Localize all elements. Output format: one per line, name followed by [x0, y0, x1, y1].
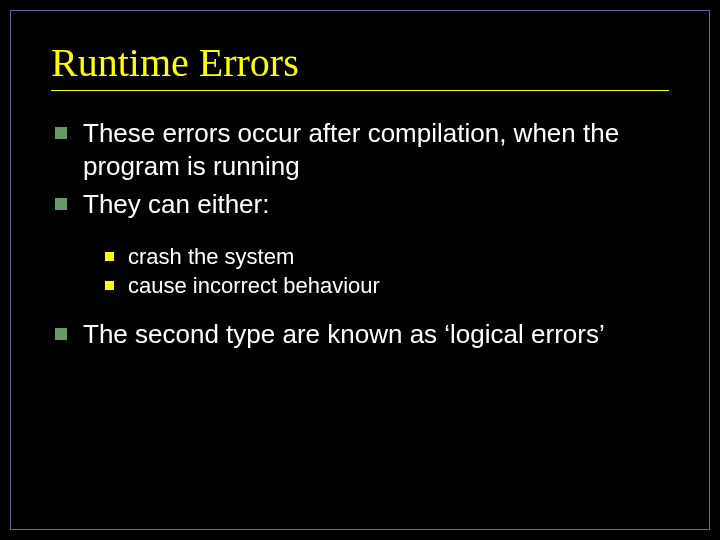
square-bullet-icon [55, 198, 67, 210]
list-item: The second type are known as ‘logical er… [51, 318, 669, 351]
list-item: These errors occur after compilation, wh… [51, 117, 669, 182]
square-bullet-icon [55, 127, 67, 139]
bullet-text: They can either: [83, 188, 269, 221]
square-bullet-icon [55, 328, 67, 340]
spacer [51, 302, 669, 318]
slide-title: Runtime Errors [51, 39, 669, 86]
square-bullet-icon [105, 252, 114, 261]
title-underline [51, 90, 669, 91]
bullet-list: These errors occur after compilation, wh… [51, 117, 669, 350]
bullet-text: These errors occur after compilation, wh… [83, 117, 669, 182]
list-item-sub: crash the system [51, 243, 669, 271]
slide-container: Runtime Errors These errors occur after … [10, 10, 710, 530]
bullet-text: The second type are known as ‘logical er… [83, 318, 605, 351]
square-bullet-icon [105, 281, 114, 290]
list-item: They can either: [51, 188, 669, 221]
bullet-text: cause incorrect behaviour [128, 272, 380, 300]
bullet-text: crash the system [128, 243, 294, 271]
spacer [51, 227, 669, 243]
list-item-sub: cause incorrect behaviour [51, 272, 669, 300]
